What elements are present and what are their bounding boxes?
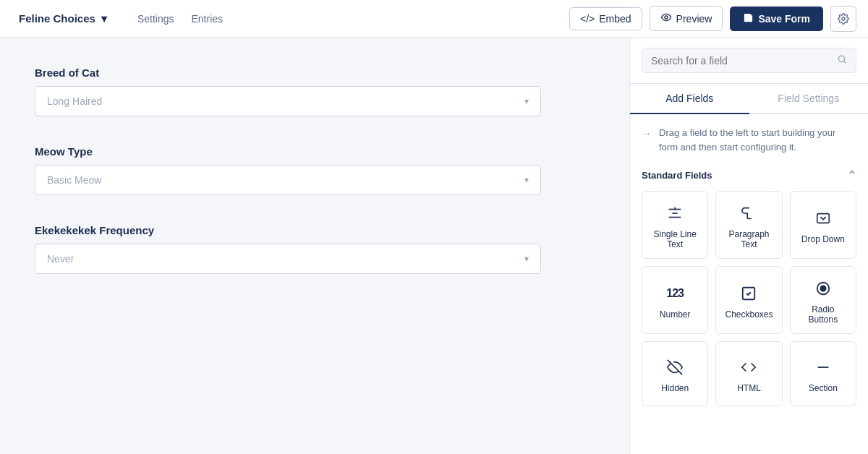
- save-floppy-icon: [743, 12, 754, 25]
- form-field-group-meow: Meow Type Basic Meow ▾: [35, 145, 595, 195]
- search-input-wrap: [642, 48, 856, 73]
- field-select-freq[interactable]: Never ▾: [35, 244, 541, 274]
- search-input[interactable]: [651, 55, 831, 67]
- field-select-meow-chevron-icon: ▾: [524, 175, 529, 185]
- drag-hint: → Drag a field to the left to start buil…: [630, 114, 868, 163]
- nav-settings-link[interactable]: Settings: [137, 10, 174, 27]
- form-field-group-freq: Ekekekekek Frequency Never ▾: [35, 224, 595, 274]
- field-label-meow: Meow Type: [35, 145, 595, 158]
- preview-button[interactable]: Preview: [650, 6, 723, 31]
- field-item-radio-buttons[interactable]: Radio Buttons: [790, 266, 856, 334]
- tab-add-fields[interactable]: Add Fields: [630, 84, 749, 114]
- field-select-meow-value: Basic Meow: [47, 174, 101, 186]
- field-item-drop-down[interactable]: Drop Down: [790, 191, 856, 259]
- drop-down-icon: [815, 208, 831, 228]
- paragraph-text-icon: [741, 203, 757, 223]
- form-canvas: Breed of Cat Long Haired ▾ Meow Type Bas…: [0, 38, 629, 454]
- html-icon: [741, 357, 757, 377]
- standard-fields-section-label: Standard Fields ⌃: [630, 163, 868, 191]
- field-item-number[interactable]: 123 Number: [642, 266, 708, 334]
- field-select-freq-chevron-icon: ▾: [524, 254, 529, 264]
- drag-hint-text: Drag a field to the left to start buildi…: [659, 126, 856, 154]
- field-item-number-label: Number: [660, 309, 691, 320]
- svg-rect-7: [817, 214, 830, 223]
- tab-field-settings[interactable]: Field Settings: [749, 84, 869, 113]
- field-select-breed[interactable]: Long Haired ▾: [35, 86, 541, 116]
- field-item-checkboxes-label: Checkboxes: [725, 309, 773, 320]
- field-item-section[interactable]: Section: [790, 341, 856, 406]
- form-field-group-breed: Breed of Cat Long Haired ▾: [35, 67, 595, 116]
- field-label-freq: Ekekekekek Frequency: [35, 224, 595, 236]
- preview-eye-icon: [660, 12, 672, 25]
- hidden-icon: [667, 357, 683, 377]
- field-item-radio-buttons-label: Radio Buttons: [796, 304, 850, 325]
- radio-buttons-icon: [815, 278, 831, 299]
- single-line-text-icon: [667, 203, 683, 223]
- field-item-hidden[interactable]: Hidden: [642, 341, 708, 406]
- field-item-single-line-text-label: Single Line Text: [648, 229, 702, 249]
- field-item-paragraph-text-label: Paragraph Text: [722, 229, 775, 249]
- embed-code-icon: </>: [580, 13, 595, 25]
- field-select-freq-value: Never: [47, 253, 74, 265]
- field-item-html-label: HTML: [737, 383, 761, 393]
- nav-actions: </> Embed Preview Save Form: [569, 6, 856, 32]
- field-select-meow[interactable]: Basic Meow ▾: [35, 165, 541, 195]
- field-item-paragraph-text[interactable]: Paragraph Text: [715, 191, 782, 259]
- nav-links: Settings Entries: [137, 10, 223, 27]
- search-bar: [630, 38, 868, 84]
- field-select-breed-chevron-icon: ▾: [524, 96, 529, 106]
- svg-line-3: [844, 61, 846, 64]
- field-item-checkboxes[interactable]: Checkboxes: [715, 266, 782, 334]
- collapse-section-icon[interactable]: ⌃: [847, 168, 856, 182]
- right-panel: Add Fields Field Settings → Drag a field…: [629, 38, 868, 454]
- form-name-label: Feline Choices: [19, 12, 95, 25]
- field-item-section-label: Section: [809, 383, 838, 393]
- search-icon: [837, 54, 847, 67]
- panel-tabs: Add Fields Field Settings: [630, 84, 868, 114]
- field-select-breed-value: Long Haired: [47, 95, 102, 107]
- save-form-button[interactable]: Save Form: [730, 7, 823, 31]
- svg-point-10: [820, 286, 825, 291]
- field-label-breed: Breed of Cat: [35, 67, 595, 79]
- form-name-dropdown[interactable]: Feline Choices ▾: [12, 8, 114, 30]
- main-layout: Breed of Cat Long Haired ▾ Meow Type Bas…: [0, 38, 868, 454]
- field-item-hidden-label: Hidden: [661, 383, 689, 393]
- checkboxes-icon: [741, 283, 757, 304]
- field-item-html[interactable]: HTML: [715, 341, 782, 406]
- top-nav: Feline Choices ▾ Settings Entries </> Em…: [0, 0, 868, 38]
- settings-gear-button[interactable]: [830, 6, 856, 32]
- section-icon: [815, 357, 831, 377]
- drag-arrow-icon: →: [642, 127, 652, 142]
- field-item-drop-down-label: Drop Down: [801, 234, 845, 244]
- field-item-single-line-text[interactable]: Single Line Text: [642, 191, 708, 259]
- number-icon: 123: [666, 283, 684, 304]
- embed-button[interactable]: </> Embed: [569, 7, 642, 30]
- nav-entries-link[interactable]: Entries: [191, 10, 223, 27]
- svg-point-2: [838, 56, 844, 61]
- fields-grid: Single Line Text Paragraph Text Drop Dow…: [630, 191, 868, 418]
- form-name-chevron-icon: ▾: [101, 12, 107, 25]
- svg-point-0: [665, 16, 668, 19]
- svg-point-1: [842, 17, 845, 20]
